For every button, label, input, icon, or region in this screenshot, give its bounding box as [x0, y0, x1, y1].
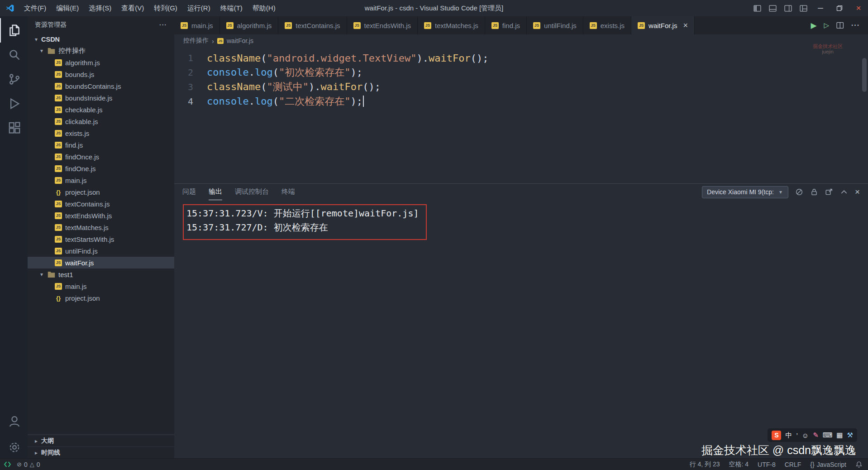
views-more-actions-icon[interactable]: ···: [159, 21, 167, 29]
output-channel-selector[interactable]: Device Xiaomi MI 9(tcp: ▾: [702, 186, 788, 198]
close-tab-icon[interactable]: ×: [683, 21, 688, 29]
close-panel-icon[interactable]: ×: [855, 187, 860, 197]
minimize-button[interactable]: ─: [811, 0, 830, 16]
tree-file-findOnce.js[interactable]: JSfindOnce.js: [28, 151, 174, 163]
tab-textContains.js[interactable]: JStextContains.js: [278, 16, 347, 34]
tree-file-textStartsWith.js[interactable]: JStextStartsWith.js: [28, 233, 174, 245]
tab-find.js[interactable]: JSfind.js: [485, 16, 527, 34]
run-code-icon[interactable]: ▷: [824, 21, 829, 29]
toggle-secondary-sidebar-icon[interactable]: [780, 0, 796, 16]
notifications-bell-icon[interactable]: [855, 461, 863, 468]
explorer-icon[interactable]: [0, 18, 28, 43]
tree-file-untilFind.js[interactable]: JSuntilFind.js: [28, 245, 174, 257]
clear-output-icon[interactable]: [795, 188, 803, 196]
tree-file-main.js[interactable]: JSmain.js: [28, 174, 174, 186]
panel-tab-输出[interactable]: 输出: [209, 184, 222, 200]
cursor-position[interactable]: 行 4, 列 23: [690, 460, 720, 469]
maximize-panel-icon[interactable]: [840, 188, 848, 196]
indentation[interactable]: 空格: 4: [729, 460, 749, 469]
tree-file-findOne.js[interactable]: JSfindOne.js: [28, 163, 174, 174]
tree-file-textEndsWith.js[interactable]: JStextEndsWith.js: [28, 210, 174, 221]
tree-file-waitFor.js[interactable]: JSwaitFor.js: [28, 257, 174, 269]
run-debug-icon[interactable]: [0, 91, 28, 116]
ime-button-’[interactable]: ’: [796, 432, 797, 439]
breadcrumb-folder[interactable]: 控件操作: [183, 37, 209, 45]
code-line-3[interactable]: 3className("测试中").waitFor();: [174, 80, 868, 94]
ime-logo[interactable]: S: [772, 431, 781, 440]
ime-button-⌨[interactable]: ⌨: [823, 431, 833, 439]
extensions-icon[interactable]: [0, 116, 28, 140]
file-name: find.js: [65, 141, 83, 149]
tree-file-checkable.js[interactable]: JScheckable.js: [28, 104, 174, 115]
eol-sequence[interactable]: CRLF: [785, 461, 801, 468]
tree-file-project.json[interactable]: {}project.json: [28, 186, 174, 198]
sidebar-section-大纲[interactable]: ▸大纲: [28, 435, 174, 446]
tree-file-exists.js[interactable]: JSexists.js: [28, 127, 174, 139]
code-line-2[interactable]: 2console.log("初次检索存在");: [174, 65, 868, 80]
tab-textEndsWith.js[interactable]: JStextEndsWith.js: [347, 16, 418, 34]
run-file-button[interactable]: ▶: [811, 21, 816, 30]
ime-button-▦[interactable]: ▦: [836, 431, 843, 439]
menu-文件(F)[interactable]: 文件(F): [19, 0, 51, 16]
remote-indicator-icon[interactable]: [4, 460, 11, 468]
tree-folder-控件操作[interactable]: ▾控件操作: [28, 45, 174, 57]
tree-file-find.js[interactable]: JSfind.js: [28, 139, 174, 151]
panel-tab-终端[interactable]: 终端: [281, 184, 295, 200]
problems-status[interactable]: ⊘ 0 △ 0: [17, 461, 40, 468]
source-control-icon[interactable]: [0, 67, 28, 91]
code-line-4[interactable]: 4console.log("二次检索存在");: [174, 94, 868, 109]
menu-选择(S)[interactable]: 选择(S): [84, 0, 116, 16]
menu-运行(R)[interactable]: 运行(R): [182, 0, 215, 16]
split-editor-icon[interactable]: [836, 22, 844, 29]
tree-file-boundsInside.js[interactable]: JSboundsInside.js: [28, 92, 174, 104]
tab-algorithm.js[interactable]: JSalgorithm.js: [220, 16, 279, 34]
ime-button-✎[interactable]: ✎: [813, 431, 819, 439]
menu-编辑(E)[interactable]: 编辑(E): [51, 0, 84, 16]
menu-转到(G)[interactable]: 转到(G): [149, 0, 182, 16]
tree-file-textContains.js[interactable]: JStextContains.js: [28, 198, 174, 210]
code-area[interactable]: 1className("android.widget.TextView").wa…: [174, 47, 868, 183]
tree-file-main.js[interactable]: JSmain.js: [28, 280, 174, 292]
tab-untilFind.js[interactable]: JSuntilFind.js: [527, 16, 583, 34]
close-window-button[interactable]: ×: [849, 0, 868, 16]
settings-gear-icon[interactable]: [0, 436, 28, 458]
code-token: (: [273, 96, 279, 107]
panel-tab-问题[interactable]: 问题: [182, 184, 196, 200]
code-line-1[interactable]: 1className("android.widget.TextView").wa…: [174, 51, 868, 65]
toggle-sidebar-icon[interactable]: [749, 0, 765, 16]
more-actions-icon[interactable]: ···: [851, 21, 860, 29]
tree-file-boundsContains.js[interactable]: JSboundsContains.js: [28, 80, 174, 92]
accounts-icon[interactable]: [0, 409, 28, 434]
tree-folder-test1[interactable]: ▾test1: [28, 269, 174, 280]
menu-查看(V)[interactable]: 查看(V): [116, 0, 149, 16]
customize-layout-icon[interactable]: [796, 0, 811, 16]
tab-waitFor.js[interactable]: JSwaitFor.js×: [631, 16, 695, 34]
ime-button-☺[interactable]: ☺: [802, 432, 809, 439]
ime-button-⚒[interactable]: ⚒: [847, 431, 853, 439]
breadcrumb-file[interactable]: waitFor.js: [227, 37, 253, 44]
open-output-in-editor-icon[interactable]: [825, 188, 833, 196]
tree-file-bounds.js[interactable]: JSbounds.js: [28, 68, 174, 80]
tree-file-algorithm.js[interactable]: JSalgorithm.js: [28, 57, 174, 68]
lock-scroll-icon[interactable]: [810, 188, 818, 196]
encoding[interactable]: UTF-8: [758, 461, 776, 468]
search-icon[interactable]: [0, 43, 28, 67]
js-file-icon: JS: [55, 71, 62, 78]
tab-textMatches.js[interactable]: JStextMatches.js: [418, 16, 485, 34]
panel-tab-调试控制台[interactable]: 调试控制台: [235, 184, 269, 200]
tree-file-project.json[interactable]: {}project.json: [28, 292, 174, 304]
output-area[interactable]: 15:37:31.723/V: 开始运行[[remote]waitFor.js]…: [174, 200, 868, 458]
tab-exists.js[interactable]: JSexists.js: [583, 16, 631, 34]
tree-file-clickable.js[interactable]: JSclickable.js: [28, 115, 174, 127]
restore-button[interactable]: [830, 0, 849, 16]
ime-button-中[interactable]: 中: [785, 431, 792, 440]
sidebar-section-时间线[interactable]: ▸时间线: [28, 446, 174, 458]
tab-main.js[interactable]: JSmain.js: [174, 16, 220, 34]
tree-file-textMatches.js[interactable]: JStextMatches.js: [28, 221, 174, 233]
menu-帮助(H)[interactable]: 帮助(H): [248, 0, 281, 16]
workspace-header[interactable]: ▾ CSDN: [28, 34, 174, 45]
menu-终端(T)[interactable]: 终端(T): [215, 0, 248, 16]
editor-scrollbar[interactable]: [862, 58, 867, 92]
toggle-panel-icon[interactable]: [765, 0, 780, 16]
language-mode[interactable]: {} JavaScript: [810, 461, 846, 468]
